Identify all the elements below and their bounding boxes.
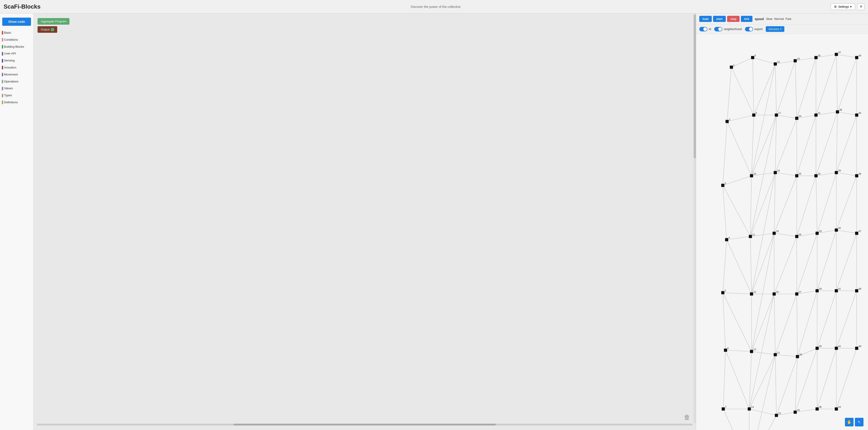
network-canvas[interactable] bbox=[696, 34, 868, 430]
network-toolbar: ✋ ↖ bbox=[845, 418, 864, 426]
hand-tool-button[interactable]: ✋ bbox=[845, 418, 854, 426]
vertical-scrollbar[interactable] bbox=[694, 13, 696, 423]
id-label: id bbox=[709, 27, 711, 31]
sidebar-item-values[interactable]: Values bbox=[0, 85, 33, 92]
help-button[interactable]: ? bbox=[857, 3, 864, 10]
gear-icon: ⚙ bbox=[834, 5, 837, 8]
horizontal-scrollbar[interactable] bbox=[37, 424, 692, 426]
app-title: ScaFi-Blocks bbox=[4, 3, 40, 10]
id-toggle-group: id bbox=[699, 27, 711, 31]
sensors-button[interactable]: Sensors bbox=[766, 26, 784, 32]
network-visualization[interactable]: ✋ ↖ bbox=[696, 34, 868, 430]
aggregate-program-block[interactable]: Aggregate Program bbox=[37, 18, 69, 25]
header-right: ⚙ Settings ▾ ? bbox=[831, 3, 864, 10]
workspace-canvas[interactable]: Aggregate Program Output 🗑 bbox=[33, 13, 696, 430]
output-label: Output bbox=[41, 28, 50, 31]
scrollbar-thumb bbox=[694, 15, 696, 158]
app-subtitle: Discover the power of the collective bbox=[411, 5, 461, 8]
show-code-button[interactable]: Show code bbox=[2, 18, 31, 26]
sidebar: Show code BasicConditionsBuilding Blocks… bbox=[0, 13, 33, 430]
export-label: export bbox=[754, 27, 763, 31]
start-button[interactable]: start bbox=[713, 16, 726, 22]
stop-button[interactable]: stop bbox=[727, 16, 740, 22]
right-panel: load start stop tick speed Slow Normal F… bbox=[696, 13, 868, 430]
sidebar-item-user-api[interactable]: User-API bbox=[0, 50, 33, 57]
sidebar-item-sensing[interactable]: Sensing bbox=[0, 57, 33, 64]
cursor-tool-button[interactable]: ↖ bbox=[855, 418, 864, 426]
scrollbar-thumb-h bbox=[234, 424, 496, 426]
chevron-down-icon: ▾ bbox=[850, 5, 852, 8]
sidebar-item-building-blocks[interactable]: Building Blocks bbox=[0, 43, 33, 51]
speed-normal[interactable]: Normal bbox=[774, 17, 784, 21]
sidebar-item-types[interactable]: Types bbox=[0, 92, 33, 99]
sidebar-item-movement[interactable]: Movement bbox=[0, 71, 33, 78]
neighborhood-toggle[interactable] bbox=[714, 27, 722, 31]
sim-options: id neighborhood export Sensors bbox=[696, 24, 868, 34]
sidebar-item-basic[interactable]: Basic bbox=[0, 29, 33, 36]
sidebar-item-actuation[interactable]: Actuation bbox=[0, 64, 33, 71]
trash-icon[interactable]: 🗑 bbox=[684, 414, 690, 421]
output-block[interactable]: Output bbox=[37, 26, 57, 33]
tick-button[interactable]: tick bbox=[741, 16, 752, 22]
settings-button[interactable]: ⚙ Settings ▾ bbox=[831, 3, 855, 10]
neighborhood-label: neighborhood bbox=[724, 27, 742, 31]
workspace: Aggregate Program Output 🗑 bbox=[33, 13, 696, 430]
load-button[interactable]: load bbox=[699, 16, 712, 22]
speed-options: Slow Normal Fast bbox=[766, 17, 791, 21]
export-toggle[interactable] bbox=[745, 27, 753, 31]
main-layout: Show code BasicConditionsBuilding Blocks… bbox=[0, 13, 868, 430]
sidebar-item-definitions[interactable]: Definitions bbox=[0, 99, 33, 106]
speed-fast[interactable]: Fast bbox=[785, 17, 791, 21]
speed-label: speed bbox=[755, 17, 764, 21]
sidebar-item-conditions[interactable]: Conditions bbox=[0, 36, 33, 43]
export-toggle-group: export bbox=[745, 27, 763, 31]
speed-slow[interactable]: Slow bbox=[766, 17, 772, 21]
id-toggle[interactable] bbox=[699, 27, 707, 31]
neighborhood-toggle-group: neighborhood bbox=[714, 27, 742, 31]
sim-toolbar: load start stop tick speed Slow Normal F… bbox=[696, 13, 868, 24]
header: ScaFi-Blocks Discover the power of the c… bbox=[0, 0, 868, 13]
output-connector bbox=[51, 28, 54, 31]
sidebar-item-operations[interactable]: Operations bbox=[0, 78, 33, 85]
